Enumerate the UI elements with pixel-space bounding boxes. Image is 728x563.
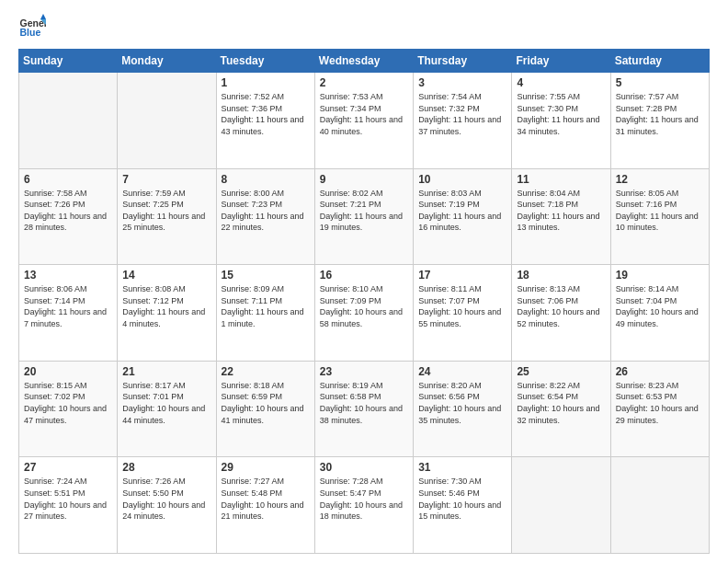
day-info: Sunrise: 8:14 AM Sunset: 7:04 PM Dayligh… bbox=[616, 283, 704, 329]
day-number: 7 bbox=[122, 173, 210, 186]
calendar-cell: 8Sunrise: 8:00 AM Sunset: 7:23 PM Daylig… bbox=[216, 168, 314, 265]
day-info: Sunrise: 7:57 AM Sunset: 7:28 PM Dayligh… bbox=[616, 91, 704, 137]
calendar-cell: 13Sunrise: 8:06 AM Sunset: 7:14 PM Dayli… bbox=[19, 265, 118, 362]
calendar-cell: 7Sunrise: 7:59 AM Sunset: 7:25 PM Daylig… bbox=[118, 168, 216, 265]
calendar-cell: 15Sunrise: 8:09 AM Sunset: 7:11 PM Dayli… bbox=[216, 265, 314, 362]
calendar-cell: 19Sunrise: 8:14 AM Sunset: 7:04 PM Dayli… bbox=[610, 265, 709, 362]
calendar-cell: 1Sunrise: 7:52 AM Sunset: 7:36 PM Daylig… bbox=[216, 73, 314, 169]
day-info: Sunrise: 8:10 AM Sunset: 7:09 PM Dayligh… bbox=[320, 283, 408, 329]
calendar-cell: 22Sunrise: 8:18 AM Sunset: 6:59 PM Dayli… bbox=[216, 361, 314, 457]
day-number: 14 bbox=[122, 269, 210, 282]
day-info: Sunrise: 8:11 AM Sunset: 7:07 PM Dayligh… bbox=[418, 283, 506, 329]
day-number: 30 bbox=[320, 461, 408, 474]
page-header: General Blue bbox=[18, 14, 710, 41]
weekday-header-tuesday: Tuesday bbox=[216, 50, 314, 73]
calendar-cell: 28Sunrise: 7:26 AM Sunset: 5:50 PM Dayli… bbox=[118, 457, 216, 554]
day-info: Sunrise: 8:22 AM Sunset: 6:54 PM Dayligh… bbox=[517, 380, 605, 426]
day-number: 24 bbox=[418, 365, 506, 378]
weekday-header-thursday: Thursday bbox=[414, 50, 512, 73]
calendar-cell: 2Sunrise: 7:53 AM Sunset: 7:34 PM Daylig… bbox=[314, 73, 413, 169]
day-info: Sunrise: 7:30 AM Sunset: 5:46 PM Dayligh… bbox=[418, 476, 506, 522]
day-info: Sunrise: 8:03 AM Sunset: 7:19 PM Dayligh… bbox=[418, 188, 506, 234]
day-number: 20 bbox=[24, 365, 112, 378]
day-info: Sunrise: 8:23 AM Sunset: 6:53 PM Dayligh… bbox=[616, 380, 704, 426]
day-number: 10 bbox=[418, 173, 506, 186]
svg-text:Blue: Blue bbox=[20, 27, 41, 38]
logo-icon: General Blue bbox=[18, 14, 46, 41]
day-info: Sunrise: 8:20 AM Sunset: 6:56 PM Dayligh… bbox=[418, 380, 506, 426]
day-number: 19 bbox=[616, 269, 704, 282]
calendar-cell: 3Sunrise: 7:54 AM Sunset: 7:32 PM Daylig… bbox=[414, 73, 512, 169]
day-info: Sunrise: 8:17 AM Sunset: 7:01 PM Dayligh… bbox=[122, 380, 210, 426]
day-info: Sunrise: 7:27 AM Sunset: 5:48 PM Dayligh… bbox=[222, 476, 310, 522]
calendar-cell: 21Sunrise: 8:17 AM Sunset: 7:01 PM Dayli… bbox=[118, 361, 216, 457]
day-info: Sunrise: 7:28 AM Sunset: 5:47 PM Dayligh… bbox=[320, 476, 408, 522]
day-info: Sunrise: 7:54 AM Sunset: 7:32 PM Dayligh… bbox=[418, 91, 506, 137]
calendar-cell bbox=[610, 457, 709, 554]
day-info: Sunrise: 7:26 AM Sunset: 5:50 PM Dayligh… bbox=[122, 476, 210, 522]
day-info: Sunrise: 8:02 AM Sunset: 7:21 PM Dayligh… bbox=[320, 188, 408, 234]
day-number: 4 bbox=[517, 76, 605, 89]
day-number: 8 bbox=[222, 173, 310, 186]
day-info: Sunrise: 8:05 AM Sunset: 7:16 PM Dayligh… bbox=[616, 188, 704, 234]
day-number: 17 bbox=[418, 269, 506, 282]
calendar-cell: 11Sunrise: 8:04 AM Sunset: 7:18 PM Dayli… bbox=[512, 168, 610, 265]
calendar-cell: 30Sunrise: 7:28 AM Sunset: 5:47 PM Dayli… bbox=[314, 457, 413, 554]
day-info: Sunrise: 7:24 AM Sunset: 5:51 PM Dayligh… bbox=[24, 476, 112, 522]
day-number: 2 bbox=[320, 76, 408, 89]
day-number: 13 bbox=[24, 269, 112, 282]
day-number: 23 bbox=[320, 365, 408, 378]
calendar-cell: 18Sunrise: 8:13 AM Sunset: 7:06 PM Dayli… bbox=[512, 265, 610, 362]
day-info: Sunrise: 8:06 AM Sunset: 7:14 PM Dayligh… bbox=[24, 283, 112, 329]
day-number: 1 bbox=[222, 76, 310, 89]
calendar-cell: 9Sunrise: 8:02 AM Sunset: 7:21 PM Daylig… bbox=[314, 168, 413, 265]
calendar-cell: 26Sunrise: 8:23 AM Sunset: 6:53 PM Dayli… bbox=[610, 361, 709, 457]
calendar-cell: 29Sunrise: 7:27 AM Sunset: 5:48 PM Dayli… bbox=[216, 457, 314, 554]
calendar-cell: 17Sunrise: 8:11 AM Sunset: 7:07 PM Dayli… bbox=[414, 265, 512, 362]
day-number: 9 bbox=[320, 173, 408, 186]
calendar-cell: 12Sunrise: 8:05 AM Sunset: 7:16 PM Dayli… bbox=[610, 168, 709, 265]
day-number: 21 bbox=[122, 365, 210, 378]
calendar-cell bbox=[118, 73, 216, 169]
calendar-cell: 10Sunrise: 8:03 AM Sunset: 7:19 PM Dayli… bbox=[414, 168, 512, 265]
day-info: Sunrise: 8:08 AM Sunset: 7:12 PM Dayligh… bbox=[122, 283, 210, 329]
day-info: Sunrise: 8:00 AM Sunset: 7:23 PM Dayligh… bbox=[222, 188, 310, 234]
calendar-cell: 24Sunrise: 8:20 AM Sunset: 6:56 PM Dayli… bbox=[414, 361, 512, 457]
day-info: Sunrise: 7:58 AM Sunset: 7:26 PM Dayligh… bbox=[24, 188, 112, 234]
day-number: 12 bbox=[616, 173, 704, 186]
day-info: Sunrise: 8:13 AM Sunset: 7:06 PM Dayligh… bbox=[517, 283, 605, 329]
weekday-header-friday: Friday bbox=[512, 50, 610, 73]
calendar-table: SundayMondayTuesdayWednesdayThursdayFrid… bbox=[18, 49, 710, 554]
weekday-header-saturday: Saturday bbox=[610, 50, 709, 73]
day-number: 28 bbox=[122, 461, 210, 474]
day-number: 16 bbox=[320, 269, 408, 282]
calendar-cell: 6Sunrise: 7:58 AM Sunset: 7:26 PM Daylig… bbox=[19, 168, 118, 265]
day-info: Sunrise: 7:52 AM Sunset: 7:36 PM Dayligh… bbox=[222, 91, 310, 137]
weekday-header-sunday: Sunday bbox=[19, 50, 118, 73]
day-number: 29 bbox=[222, 461, 310, 474]
day-number: 31 bbox=[418, 461, 506, 474]
calendar-cell: 27Sunrise: 7:24 AM Sunset: 5:51 PM Dayli… bbox=[19, 457, 118, 554]
day-number: 15 bbox=[222, 269, 310, 282]
day-number: 6 bbox=[24, 173, 112, 186]
calendar-cell: 14Sunrise: 8:08 AM Sunset: 7:12 PM Dayli… bbox=[118, 265, 216, 362]
calendar-cell: 4Sunrise: 7:55 AM Sunset: 7:30 PM Daylig… bbox=[512, 73, 610, 169]
day-info: Sunrise: 8:04 AM Sunset: 7:18 PM Dayligh… bbox=[517, 188, 605, 234]
calendar-cell: 16Sunrise: 8:10 AM Sunset: 7:09 PM Dayli… bbox=[314, 265, 413, 362]
calendar-cell bbox=[512, 457, 610, 554]
day-info: Sunrise: 7:53 AM Sunset: 7:34 PM Dayligh… bbox=[320, 91, 408, 137]
calendar-cell: 25Sunrise: 8:22 AM Sunset: 6:54 PM Dayli… bbox=[512, 361, 610, 457]
day-info: Sunrise: 8:09 AM Sunset: 7:11 PM Dayligh… bbox=[222, 283, 310, 329]
day-info: Sunrise: 8:15 AM Sunset: 7:02 PM Dayligh… bbox=[24, 380, 112, 426]
day-number: 26 bbox=[616, 365, 704, 378]
weekday-header-monday: Monday bbox=[118, 50, 216, 73]
day-number: 27 bbox=[24, 461, 112, 474]
logo: General Blue bbox=[18, 14, 46, 41]
day-info: Sunrise: 8:19 AM Sunset: 6:58 PM Dayligh… bbox=[320, 380, 408, 426]
calendar-cell: 5Sunrise: 7:57 AM Sunset: 7:28 PM Daylig… bbox=[610, 73, 709, 169]
calendar-cell: 31Sunrise: 7:30 AM Sunset: 5:46 PM Dayli… bbox=[414, 457, 512, 554]
day-number: 5 bbox=[616, 76, 704, 89]
calendar-cell: 20Sunrise: 8:15 AM Sunset: 7:02 PM Dayli… bbox=[19, 361, 118, 457]
day-number: 3 bbox=[418, 76, 506, 89]
calendar-cell bbox=[19, 73, 118, 169]
